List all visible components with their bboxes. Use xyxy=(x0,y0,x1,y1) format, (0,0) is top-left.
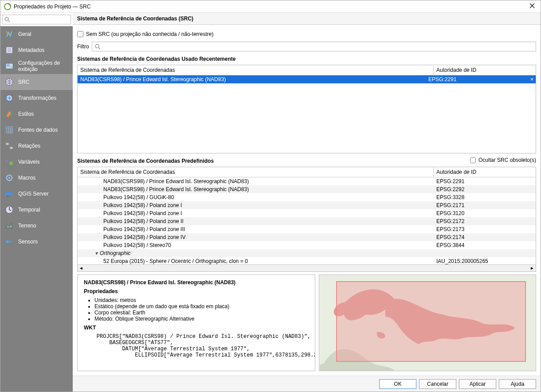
sidebar-item-label: Terreno xyxy=(18,223,36,229)
sidebar-item-fontes-de-dados[interactable]: Fontes de dados xyxy=(0,122,73,138)
search-icon xyxy=(94,43,101,51)
svg-point-28 xyxy=(6,240,9,243)
filter-row: Filtro xyxy=(77,42,536,51)
sidebar-item-metadados[interactable]: Metadados xyxy=(0,42,73,58)
sidebar-icon: ε xyxy=(5,157,14,166)
crs-name-cell: Pulkovo 1942(58) / Poland zone I xyxy=(78,209,434,217)
sidebar-item-estilos[interactable]: Estilos xyxy=(0,106,73,122)
close-icon[interactable] xyxy=(527,3,537,11)
table-row[interactable]: Pulkovo 1942(58) / Poland zone IVEPSG:21… xyxy=(78,233,536,241)
table-row[interactable]: ▾Orthographic xyxy=(78,249,536,257)
table-row[interactable]: Pulkovo 1942(58) / Poland zone IIIEPSG:2… xyxy=(78,225,536,233)
chevron-down-icon[interactable]: ▾ xyxy=(94,250,99,256)
filter-input[interactable] xyxy=(92,42,536,51)
crs-auth-cell: EPSG:3844 xyxy=(434,241,536,249)
sidebar-icon xyxy=(5,46,14,55)
sidebar-item-transforma-es[interactable]: Transformações xyxy=(0,90,73,106)
sidebar-item-label: Metadados xyxy=(18,47,44,53)
sidebar-icon xyxy=(5,205,14,214)
remove-recent-icon[interactable]: × xyxy=(528,75,536,83)
predefined-section-label: Sistemas de Referência de Coordenadas Pr… xyxy=(77,158,214,164)
sidebar-item-vari-veis[interactable]: εVariáveis xyxy=(0,154,73,170)
sidebar-item-label: QGIS Server xyxy=(18,191,49,197)
table-row[interactable]: Pulkovo 1942(58) / GUGiK-80EPSG:3328 xyxy=(78,193,536,201)
sidebar-icon xyxy=(5,173,14,182)
table-row[interactable]: 52 Europa (2015) - Sphere / Ocentric / O… xyxy=(78,257,536,264)
sidebar-item-label: Temporal xyxy=(18,207,40,213)
crs-details-panel[interactable]: NAD83(CSRS98) / Prince Edward Isl. Stere… xyxy=(77,274,315,371)
sidebar-item-label: Configurações de exibição xyxy=(18,60,68,72)
crs-group-cell: ▾Orthographic xyxy=(78,249,434,257)
crs-name-cell: Pulkovo 1942(58) / Poland zone III xyxy=(78,225,434,233)
predef-auth-column-header[interactable]: Autoridade de ID xyxy=(434,167,536,177)
table-row[interactable]: NAD83(CSRS98) / Prince Edward Isl. Stere… xyxy=(78,75,536,83)
no-crs-label[interactable]: Sem SRC (ou projeção não conhecida / não… xyxy=(86,31,213,37)
scroll-right-icon[interactable]: ► xyxy=(529,265,536,271)
sidebar-item-sensors[interactable]: Sensors xyxy=(0,234,73,250)
crs-auth-cell: EPSG:3328 xyxy=(434,193,536,201)
sidebar-item-qgis-server[interactable]: QGIS Server xyxy=(0,186,73,202)
sidebar-search-wrap xyxy=(0,13,73,26)
scroll-left-icon[interactable]: ◄ xyxy=(78,265,85,271)
crs-name-cell: NAD83(CSRS98) / Prince Edward Isl. Stere… xyxy=(78,177,434,185)
sidebar-item-src[interactable]: SRC xyxy=(0,74,73,90)
table-row[interactable]: Pulkovo 1942(58) / Poland zone IEPSG:217… xyxy=(78,201,536,209)
details-property-item: Estático (depende de um dado que está fi… xyxy=(94,303,309,310)
predef-horizontal-scrollbar[interactable]: ◄ ► xyxy=(78,264,536,271)
recent-auth-column-header[interactable]: Autoridade de ID xyxy=(434,65,536,75)
svg-rect-23 xyxy=(6,192,11,196)
crs-auth-cell: EPSG:2173 xyxy=(434,225,536,233)
search-icon xyxy=(4,16,10,24)
sidebar-icon xyxy=(5,30,14,39)
crs-name-cell: Pulkovo 1942(58) / GUGiK-80 xyxy=(78,193,434,201)
table-row[interactable]: Pulkovo 1942(58) / Stereo70EPSG:3844 xyxy=(78,241,536,249)
sidebar-icon xyxy=(5,110,14,118)
details-wkt-text: PROJCRS["NAD83(CSRS98) / Prince Edward I… xyxy=(84,333,309,358)
apply-button[interactable]: Aplicar xyxy=(459,379,496,389)
sidebar-item-configura-es-de-exibi-o[interactable]: Configurações de exibição xyxy=(0,58,73,74)
crs-auth-cell: EPSG:2172 xyxy=(434,217,536,225)
crs-name-cell: 52 Europa (2015) - Sphere / Ocentric / O… xyxy=(78,257,434,264)
table-row[interactable]: NAD83(CSRS98) / Prince Edward Isl. Stere… xyxy=(78,185,536,193)
no-crs-row: Sem SRC (ou projeção não conhecida / não… xyxy=(77,29,536,39)
svg-text:ε: ε xyxy=(6,159,8,164)
predef-crs-column-header[interactable]: Sistema de Referência de Coordenadas xyxy=(78,167,434,177)
panel-heading: Sistema de Referência de Coordenadas (SR… xyxy=(73,13,541,25)
sidebar-icon xyxy=(5,125,14,134)
crs-auth-cell: EPSG:3120 xyxy=(434,209,536,217)
sidebar-item-rela-es[interactable]: Relações xyxy=(0,138,73,154)
details-property-item: Unidades: metros xyxy=(94,297,309,303)
filter-label: Filtro xyxy=(77,43,89,50)
no-crs-checkbox[interactable] xyxy=(77,31,83,37)
svg-line-2 xyxy=(8,20,10,22)
svg-point-9 xyxy=(10,66,12,68)
svg-rect-25 xyxy=(7,196,8,197)
recent-section-label: Sistemas de Referência de Coordenadas Us… xyxy=(77,56,536,62)
svg-point-1 xyxy=(5,17,8,21)
ok-button[interactable]: OK xyxy=(379,379,416,389)
crs-auth-cell: EPSG:2292 xyxy=(434,185,536,193)
svg-rect-17 xyxy=(6,143,9,145)
sidebar-item-geral[interactable]: Geral xyxy=(0,26,73,42)
sidebar: GeralMetadadosConfigurações de exibiçãoS… xyxy=(0,13,73,392)
sidebar-item-macros[interactable]: Macros xyxy=(0,170,73,186)
svg-rect-12 xyxy=(6,127,12,133)
cancel-button[interactable]: Cancelar xyxy=(419,379,456,389)
hide-obsolete-label[interactable]: Ocultar SRC obsoleto(s) xyxy=(478,157,536,163)
table-row[interactable]: NAD83(CSRS98) / Prince Edward Isl. Stere… xyxy=(78,177,536,185)
crs-auth-cell: EPSG:2174 xyxy=(434,233,536,241)
sidebar-item-terreno[interactable]: Terreno xyxy=(0,218,73,234)
crs-extent-preview[interactable] xyxy=(319,274,536,371)
sidebar-item-label: Fontes de dados xyxy=(18,127,58,133)
hide-obsolete-checkbox[interactable] xyxy=(470,157,476,163)
sidebar-search-input[interactable] xyxy=(2,15,71,24)
details-property-item: Corpo celestial: Earth xyxy=(94,310,309,316)
project-properties-window: Propriedades do Projeto — SRC GeralMetad… xyxy=(0,0,541,392)
help-button[interactable]: Ajuda xyxy=(499,379,536,389)
sidebar-item-temporal[interactable]: Temporal xyxy=(0,202,73,218)
predefined-crs-table: Sistema de Referência de Coordenadas Aut… xyxy=(77,167,536,272)
table-row[interactable]: Pulkovo 1942(58) / Poland zone IEPSG:312… xyxy=(78,209,536,217)
recent-crs-column-header[interactable]: Sistema de Referência de Coordenadas xyxy=(78,65,434,75)
details-properties-heading: Propriedades xyxy=(84,288,309,294)
table-row[interactable]: Pulkovo 1942(58) / Poland zone IIEPSG:21… xyxy=(78,217,536,225)
